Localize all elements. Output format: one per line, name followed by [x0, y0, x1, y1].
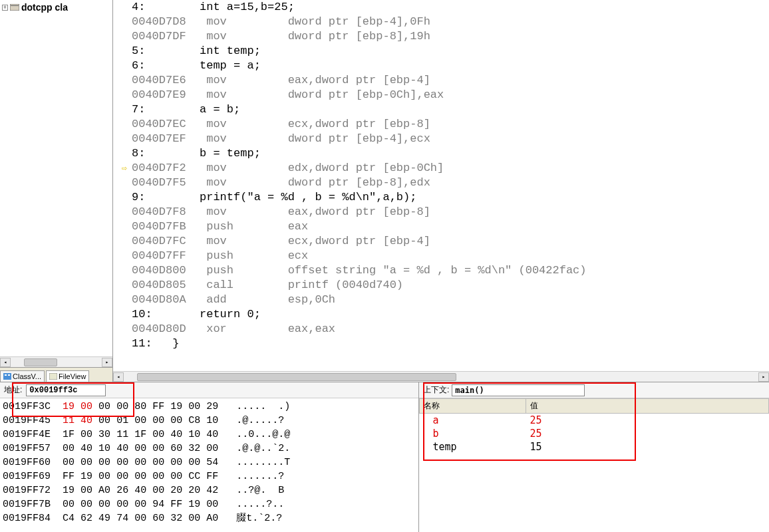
mem-byte: 19 — [63, 401, 75, 412]
memory-body[interactable]: 0019FF3C 19 00 00 00 80 FF 19 00 29 ....… — [0, 398, 418, 532]
code-line[interactable]: 0040D7FB push eax — [117, 219, 769, 234]
memory-line[interactable]: 0019FF45 11 40 00 01 00 00 00 C8 10 .@..… — [3, 414, 416, 428]
code-line[interactable]: 7: a = b; — [117, 102, 769, 117]
code-line[interactable]: 0040D7EF mov dword ptr [ebp-4],ecx — [117, 132, 769, 146]
code-line[interactable]: 0040D7F8 mov eax,dword ptr [ebp-8] — [117, 205, 769, 219]
code-line[interactable]: 0040D800 push offset string "a = %d , b … — [117, 263, 769, 278]
mem-byte: 11 — [63, 415, 75, 426]
mem-byte: 00 — [98, 471, 110, 482]
asm-text: 0040D80A add esp,0Ch — [132, 293, 335, 307]
scroll-right-arrow[interactable]: ▸ — [102, 358, 112, 367]
gutter — [117, 322, 132, 336]
code-scroll-thumb[interactable] — [137, 373, 456, 381]
asm-text: 0040D7DF mov dword ptr [ebp-8],19h — [132, 29, 430, 44]
memory-line[interactable]: 0019FF7B 00 00 00 00 00 94 FF 19 00 ....… — [3, 497, 416, 511]
code-line[interactable]: 0040D805 call printf (0040d740) — [117, 278, 769, 293]
code-line[interactable]: ⇨0040D7F2 mov edx,dword ptr [ebp-0Ch] — [117, 161, 769, 176]
mem-byte: 74 — [116, 513, 128, 524]
mem-ascii: .......? — [236, 471, 284, 482]
memory-line[interactable]: 0019FF60 00 00 00 00 00 00 00 00 54 ....… — [3, 456, 416, 469]
code-hscrollbar[interactable]: ◂ ▸ — [113, 371, 769, 382]
tab-classview-label: ClassV... — [13, 372, 41, 380]
watch-row[interactable]: b25 — [420, 427, 769, 440]
tab-classview[interactable]: ClassV... — [0, 370, 45, 382]
memory-line[interactable]: 0019FF72 19 00 A0 26 40 00 20 20 42 ..?@… — [3, 483, 416, 497]
mem-byte: FF — [206, 471, 218, 482]
code-line[interactable]: 8: b = temp; — [117, 146, 769, 161]
code-line[interactable]: 0040D7E6 mov eax,dword ptr [ebp-4] — [117, 73, 769, 88]
code-line[interactable]: 10: return 0; — [117, 307, 769, 322]
mem-byte: FF — [63, 471, 75, 482]
code-line[interactable]: 9: printf("a = %d , b = %d\n",a,b); — [117, 190, 769, 205]
memory-line[interactable]: 0019FF4E 1F 00 30 11 1F 00 40 10 40 ..0.… — [3, 428, 416, 442]
memory-line[interactable]: 0019FF69 FF 19 00 00 00 00 00 CC FF ....… — [3, 469, 416, 483]
code-scroll-right[interactable]: ▸ — [758, 372, 769, 382]
watch-var-value: 15 — [526, 440, 769, 454]
mem-byte: 00 — [152, 457, 164, 468]
code-line[interactable]: 0040D80A add esp,0Ch — [117, 293, 769, 307]
code-line[interactable]: 0040D7E9 mov dword ptr [ebp-0Ch],eax — [117, 88, 769, 102]
memory-addr-label: 地址: — [4, 384, 22, 396]
gutter — [117, 146, 132, 161]
tree-expander-icon[interactable]: + — [2, 5, 8, 11]
code-line[interactable]: 4: int a=15,b=25; — [117, 0, 769, 15]
code-body[interactable]: 4: int a=15,b=25;0040D7D8 mov dword ptr … — [113, 0, 769, 371]
mem-byte: C4 — [63, 513, 75, 524]
mem-byte: 00 — [134, 457, 146, 468]
mem-byte: FF — [152, 401, 164, 412]
memory-line[interactable]: 0019FF57 00 40 10 40 00 00 60 32 00 .@.@… — [3, 442, 416, 456]
code-line[interactable]: 5: int temp; — [117, 44, 769, 59]
watch-header-row: 名称 值 — [420, 399, 769, 414]
code-line[interactable]: 0040D7FC mov ecx,dword ptr [ebp-4] — [117, 234, 769, 249]
source-text: 5: int temp; — [132, 44, 261, 59]
mem-byte: 00 — [80, 457, 92, 468]
mem-byte: 00 — [188, 457, 200, 468]
tab-fileview[interactable]: FileView — [46, 370, 89, 382]
watch-row[interactable]: a25 — [420, 414, 769, 428]
context-input[interactable] — [452, 384, 585, 396]
gutter — [117, 278, 132, 293]
mem-byte: 00 — [134, 513, 146, 524]
mem-ascii: ........T — [236, 457, 290, 468]
source-text: 10: return 0; — [132, 307, 261, 322]
gutter — [117, 219, 132, 234]
code-line[interactable]: 0040D7DF mov dword ptr [ebp-8],19h — [117, 29, 769, 44]
tree-hscrollbar[interactable]: ◂ ▸ — [0, 356, 112, 367]
mem-byte: 00 — [116, 401, 128, 412]
code-line[interactable]: 0040D7EC mov ecx,dword ptr [ebp-8] — [117, 117, 769, 132]
workspace-tree[interactable]: + dotcpp cla — [0, 0, 112, 356]
scroll-thumb[interactable] — [24, 358, 57, 366]
asm-text: 0040D80D xor eax,eax — [132, 322, 335, 336]
mem-byte: 54 — [206, 457, 218, 468]
code-line[interactable]: 0040D7D8 mov dword ptr [ebp-4],0Fh — [117, 15, 769, 29]
code-line[interactable]: 0040D7FF push ecx — [117, 249, 769, 263]
mem-byte: 00 — [116, 457, 128, 468]
code-line[interactable]: 0040D80D xor eax,eax — [117, 322, 769, 336]
tree-root-item[interactable]: + dotcpp cla — [1, 1, 111, 13]
source-text: 11: } — [132, 336, 179, 351]
code-line[interactable]: 11: } — [117, 336, 769, 351]
memory-line[interactable]: 0019FF84 C4 62 49 74 00 60 32 00 A0 腏t.`… — [3, 511, 416, 525]
code-scroll-left[interactable]: ◂ — [113, 372, 124, 382]
mem-byte: 00 — [63, 499, 75, 510]
mem-byte: 11 — [116, 429, 128, 440]
mem-byte: 00 — [188, 401, 200, 412]
scroll-left-arrow[interactable]: ◂ — [0, 358, 11, 367]
gutter — [117, 88, 132, 102]
mem-byte: 10 — [188, 429, 200, 440]
watch-col-name[interactable]: 名称 — [420, 399, 526, 414]
memory-addr-input[interactable] — [26, 384, 106, 396]
mem-byte: 60 — [152, 513, 164, 524]
mem-byte: FF — [170, 499, 182, 510]
code-line[interactable]: 0040D7F5 mov dword ptr [ebp-8],edx — [117, 176, 769, 190]
svg-rect-3 — [5, 374, 7, 376]
code-line[interactable]: 6: temp = a; — [117, 59, 769, 73]
watch-row[interactable]: temp15 — [420, 440, 769, 454]
gutter — [117, 0, 132, 15]
mem-byte: A0 — [206, 513, 218, 524]
watch-col-value[interactable]: 值 — [526, 399, 769, 414]
watch-var-name: temp — [420, 440, 526, 454]
asm-text: 0040D7EC mov ecx,dword ptr [ebp-8] — [132, 117, 430, 132]
mem-byte: 00 — [63, 457, 75, 468]
memory-line[interactable]: 0019FF3C 19 00 00 00 80 FF 19 00 29 ....… — [3, 400, 416, 414]
